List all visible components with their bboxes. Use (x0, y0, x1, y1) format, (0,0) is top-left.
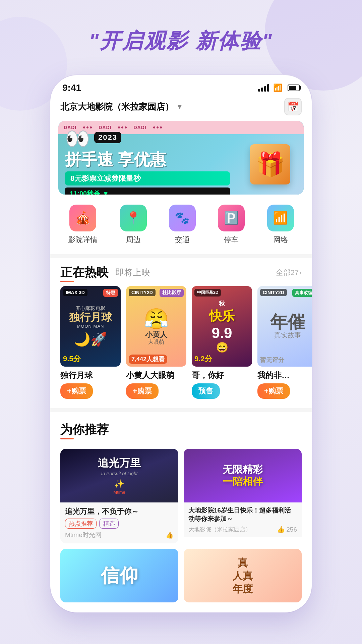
quick-nav: 🎪 影院详情 📍 周边 🐾 交通 🅿️ 停车 📶 网络 (50, 195, 312, 252)
recommend-grid: 追光万里 In Pursuit of Light ✨ Mtime 追光万里，不负… (60, 449, 302, 543)
movie-card-bro[interactable]: 秋 快乐 9.9 😄 中国巨幕2D 9.2分 哥，你好 预售 (192, 286, 252, 399)
recommend-img-2: 无限精彩 一陪相伴 (184, 449, 302, 502)
tagline: "开启观影 新体验" (89, 27, 273, 55)
movie-poster-bro: 秋 快乐 9.9 😄 中国巨幕2D 9.2分 (192, 286, 252, 367)
nav-label-transport: 交通 (175, 235, 190, 245)
recommend-info-2: 大地影院16岁生日快乐！超多福利活动等你来参加～ 大地影院（米拉家园店） 👍 2… (184, 502, 302, 537)
signal-icon (258, 84, 269, 92)
phone-notch (147, 75, 215, 87)
wifi-nav-icon: 📶 (267, 205, 294, 231)
nav-nearby[interactable]: 📍 周边 (120, 205, 147, 245)
divider-1 (50, 254, 312, 258)
poster-bg-4: 年催 真实故事 (257, 286, 312, 367)
promo-banner[interactable]: DADI DADI DADI 👀 2023 (58, 121, 304, 195)
buy-btn-4[interactable]: +购票 (257, 383, 290, 399)
recommend-header: 为你推荐 (60, 422, 302, 443)
format-badge-3: 中国巨幕2D (194, 289, 221, 297)
movie-poster-my-not: 年催 真实故事 CINITY2D 真事改编 暂无评分 (257, 286, 312, 367)
tag-pick: 精选 (99, 519, 119, 529)
nav-label-theater: 影院详情 (68, 235, 98, 245)
recommend-card-birthday[interactable]: 无限精彩 一陪相伴 大地影院16岁生日快乐！超多福利活动等你来参加～ 大地影院（… (184, 449, 302, 543)
nearby-icon: 📍 (120, 205, 147, 231)
recommend-title-2: 大地影院16岁生日快乐！超多福利活动等你来参加～ (188, 506, 297, 523)
special-badge-2: 杜比影厅 (160, 289, 184, 297)
recommend-title: 为你推荐 (60, 422, 109, 438)
score-3: 9.2分 (194, 354, 212, 364)
divider-2 (50, 408, 312, 412)
buy-btn-2[interactable]: +购票 (126, 383, 159, 399)
nav-wifi[interactable]: 📶 网络 (267, 205, 294, 245)
special-badge-4: 真事改编 (292, 289, 312, 297)
countdown-text: 11:00秒杀 (70, 189, 100, 195)
nav-parking[interactable]: 🅿️ 停车 (218, 205, 245, 245)
parking-icon: 🅿️ (218, 205, 245, 231)
special-badge-1: 特惠 (103, 289, 118, 297)
nav-label-nearby: 周边 (126, 235, 141, 245)
movie-name-2: 小黄人大眼萌 (126, 370, 186, 381)
nav-theater-detail[interactable]: 🎪 影院详情 (68, 205, 98, 245)
recommend-section: 为你推荐 追光万里 In Pursuit of Light ✨ Mtime 追光… (50, 415, 312, 543)
recommend-img-1: 追光万里 In Pursuit of Light ✨ Mtime (60, 449, 178, 502)
recommend-tags-1: 热点推荐 精选 (65, 519, 174, 529)
movie-card-my-not[interactable]: 年催 真实故事 CINITY2D 真事改编 暂无评分 我的非… +购票 (257, 286, 312, 399)
buy-btn-3[interactable]: 预售 (192, 383, 220, 399)
score-1: 9.5分 (63, 354, 81, 364)
now-showing-header: 正在热映 即将上映 全部27 › (50, 261, 312, 286)
bottom-cards: 信仰 真 人真 年度 (50, 543, 312, 612)
bottom-card-year[interactable]: 真 人真 年度 (184, 549, 302, 602)
phone-frame: 9:41 📶 北京大地影院（米拉家园店） ▼ 📅 7 DADI (50, 75, 312, 612)
movie-name-3: 哥，你好 (192, 370, 252, 381)
movie-card-minions[interactable]: 😤 小黄人 大眼萌 CINITY2D 杜比影厅 7,442人想看 小黄人大眼萌 … (126, 286, 186, 399)
thumbs-up-icon-2: 👍 (277, 526, 285, 533)
banner-main-title: 拼手速 享优惠 (65, 151, 230, 169)
banner-main: 👀 2023 拼手速 享优惠 8元影票立减券限量秒 11:00秒杀 ▼ 🎁 (58, 134, 304, 195)
tag-hot: 热点推荐 (65, 519, 97, 529)
status-icons: 📶 (258, 84, 300, 92)
recommend-source-1: Mtime时光网 (65, 531, 102, 539)
chevron-right-icon: › (299, 269, 302, 276)
recommend-card-light[interactable]: 追光万里 In Pursuit of Light ✨ Mtime 追光万里，不负… (60, 449, 178, 543)
recommend-source-2: 大地影院（米拉家园店） (188, 526, 251, 533)
see-all-link[interactable]: 全部27 › (276, 268, 302, 278)
movie-card-moon-man[interactable]: 开心麻花 电影 独行月球 MOON MAN 🌙🚀 IMAX 3D 特惠 9.5分… (60, 286, 121, 399)
coming-soon-label: 即将上映 (115, 267, 150, 278)
location-selector[interactable]: 北京大地影院（米拉家园店） ▼ (60, 101, 183, 113)
dots-3 (153, 126, 162, 128)
format-badge-2: CINITY2D (129, 289, 156, 296)
thumbs-up-icon-1: 👍 (166, 531, 174, 539)
now-showing-title: 正在热映 (60, 264, 109, 281)
calendar-number: 7 (292, 106, 295, 112)
banner-left: 👀 2023 拼手速 享优惠 8元影票立减券限量秒 11:00秒杀 ▼ (58, 134, 237, 195)
calendar-button[interactable]: 📅 7 (284, 98, 302, 115)
status-time: 9:41 (62, 83, 81, 93)
recommend-likes-1: 👍 (166, 531, 174, 539)
score-4: 暂无评分 (260, 356, 284, 364)
nav-transport[interactable]: 🐾 交通 (169, 205, 196, 245)
battery-fill (289, 86, 296, 90)
format-badge-4: CINITY2D (260, 289, 287, 296)
wifi-status-icon: 📶 (273, 84, 282, 92)
banner-countdown: 11:00秒杀 ▼ (65, 187, 230, 195)
wants-2: 7,442人想看 (129, 355, 167, 364)
countdown-arrow-icon: ▼ (102, 190, 109, 195)
location-name: 北京大地影院（米拉家园店） (60, 101, 174, 113)
recommend-meta-2: 大地影院（米拉家园店） 👍 256 (188, 526, 297, 533)
theater-detail-icon: 🎪 (69, 205, 96, 231)
recommend-meta-1: Mtime时光网 👍 (65, 531, 174, 539)
dots-2 (118, 126, 127, 128)
movie-list: 开心麻花 电影 独行月球 MOON MAN 🌙🚀 IMAX 3D 特惠 9.5分… (50, 286, 312, 406)
format-badge-1: IMAX 3D (63, 289, 87, 296)
recommend-info-1: 追光万里，不负于你～ 热点推荐 精选 Mtime时光网 👍 (60, 502, 178, 543)
app-header: 北京大地影院（米拉家园店） ▼ 📅 7 (50, 95, 312, 121)
banner-subtitle: 8元影票立减券限量秒 (65, 171, 230, 185)
mascot-face-icon: 👀 (65, 129, 90, 149)
movie-name-4: 我的非… (257, 370, 312, 381)
movie-poster-minions: 😤 小黄人 大眼萌 CINITY2D 杜比影厅 7,442人想看 (126, 286, 186, 367)
bottom-card-faith[interactable]: 信仰 (60, 549, 178, 602)
likes-count-2: 256 (286, 526, 297, 533)
transport-icon: 🐾 (169, 205, 196, 231)
movie-poster-moon-man: 开心麻花 电影 独行月球 MOON MAN 🌙🚀 IMAX 3D 特惠 9.5分 (60, 286, 121, 367)
buy-btn-1[interactable]: +购票 (60, 383, 93, 399)
banner-year: 2023 (94, 132, 121, 143)
battery-icon (288, 85, 300, 91)
